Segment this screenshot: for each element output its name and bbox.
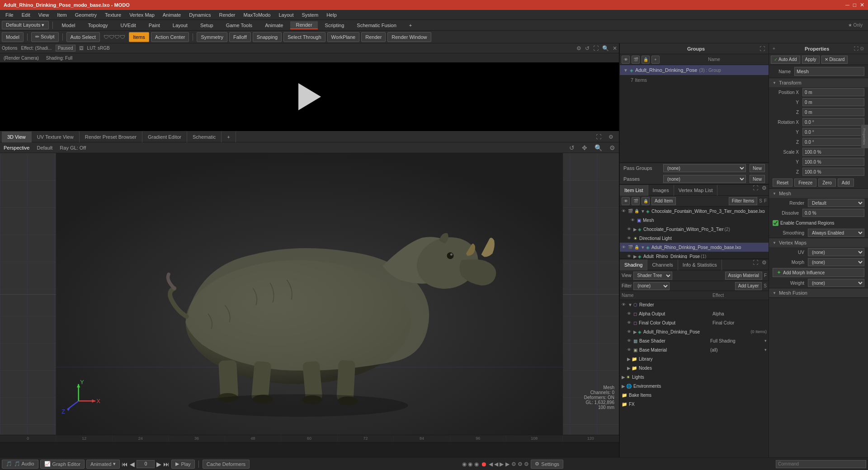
shader-row-alpha[interactable]: 👁 ◻ Alpha Output Alpha — [620, 309, 769, 318]
vp-settings-icon[interactable]: ⚙ — [605, 134, 617, 140]
item-row-scene2[interactable]: 👁 🎬 🔒 ▼ ◈ Adult_Rhino_Drinking_Pose_modo… — [620, 243, 769, 252]
shading-f-btn[interactable]: F — [764, 273, 767, 278]
close-button[interactable]: ✕ — [860, 2, 864, 8]
shader-row-base-shader[interactable]: 👁 ▦ Base Shader Full Shading ▾ — [620, 336, 769, 345]
rotation-x-input[interactable] — [802, 118, 864, 126]
group-item-rhino[interactable]: ▼ ◈ Adult_Rhino_Drinking_Pose (3) : Grou… — [620, 65, 769, 75]
item-eye-icon-3[interactable]: 👁 — [627, 227, 633, 231]
tab-render[interactable]: Render — [290, 21, 317, 29]
shader-expand-nodes[interactable]: ▶ — [627, 366, 631, 371]
workplane-button[interactable]: WorkPlane — [327, 32, 360, 42]
item-row-rhinogroup[interactable]: 👁 ▶ ◈ Adult_Rhino_Drinking_Pose (1) — [620, 252, 769, 258]
item-eye-icon-5[interactable]: 👁 — [622, 245, 628, 249]
sculpt-button[interactable]: ✏ Sculpt — [31, 32, 59, 42]
tab-game-tools[interactable]: Game Tools — [221, 22, 258, 29]
menu-maxtomode[interactable]: MaxToModo — [240, 11, 274, 19]
minimize-button[interactable]: ─ — [845, 2, 849, 8]
shader-row-lights[interactable]: ▶ ☀ Lights — [620, 372, 769, 381]
play-button[interactable] — [298, 83, 321, 110]
items-lock-icon[interactable]: 🔒 — [642, 197, 650, 205]
menu-animate[interactable]: Animate — [159, 11, 184, 19]
frame-number-input[interactable] — [137, 460, 155, 468]
viewport-canvas[interactable]: X Y Z Mesh Channels: 0 Deformers: ON GL:… — [0, 153, 619, 435]
shading-view-select[interactable]: Shader Tree — [633, 272, 672, 280]
action-center-button[interactable]: Action Center — [151, 32, 189, 42]
shader-material-dropdown[interactable]: ▾ — [764, 348, 767, 352]
viewport-3d[interactable]: Perspective Default Ray GL: Off ↺ ✥ 🔍 ⚙ — [0, 142, 619, 435]
add-button[interactable]: Add — [838, 179, 854, 187]
position-y-input[interactable] — [802, 98, 864, 106]
vp-expand-icon[interactable]: ⛶ — [592, 134, 605, 140]
mesh-section-title[interactable]: Mesh — [769, 189, 868, 198]
shader-expand-lights[interactable]: ▶ — [622, 375, 625, 380]
command-input[interactable] — [776, 460, 866, 468]
items-tab-vertex-map[interactable]: Vertex Map List — [674, 185, 718, 196]
vp-tab-uv[interactable]: UV Texture View — [32, 132, 80, 142]
tab-layout[interactable]: Layout — [167, 22, 193, 29]
vp-icon-pan[interactable]: ✥ — [582, 144, 587, 151]
groups-render-icon[interactable]: 🎬 — [632, 56, 640, 64]
menu-edit[interactable]: Edit — [18, 11, 34, 19]
preview-ctrl-5[interactable]: ✕ — [613, 45, 617, 52]
menu-system[interactable]: System — [298, 11, 322, 19]
vp-icon-zoom[interactable]: 🔍 — [594, 144, 602, 151]
select-through-button[interactable]: Select Through — [283, 32, 325, 42]
shader-row-final-color[interactable]: 👁 ◻ Final Color Output Final Color — [620, 318, 769, 327]
snapping-button[interactable]: Snapping — [253, 32, 282, 42]
tab-topology[interactable]: Topology — [82, 22, 113, 29]
freeze-button[interactable]: Freeze — [794, 179, 816, 187]
vp-icon-rotate[interactable]: ↺ — [569, 144, 575, 151]
shader-eye-base[interactable]: 👁 — [627, 338, 633, 343]
item-row-scene1[interactable]: 👁 🎬 🔒 ▼ ◈ Chocolate_Fountain_Wilton_Pro_… — [620, 207, 769, 216]
cache-deformers-button[interactable]: Cache Deformers — [203, 460, 250, 469]
items-s-btn[interactable]: S — [759, 198, 762, 203]
shader-row-environments[interactable]: ▶ 🌐 Environments — [620, 381, 769, 390]
viewport-perspective[interactable]: Perspective — [4, 145, 29, 150]
shader-eye-final[interactable]: 👁 — [627, 320, 633, 325]
shading-tab-channels[interactable]: Channels — [647, 259, 678, 270]
menu-vertex-map[interactable]: Vertex Map — [126, 11, 158, 19]
vp-tab-schematic[interactable]: Schematic — [187, 132, 222, 142]
vp-tab-add[interactable]: + — [222, 132, 236, 142]
scale-x-input[interactable] — [802, 148, 864, 156]
item-row-group1[interactable]: 👁 ▶ ◈ Chocolate_Fountain_Wilton_Pro_3_Ti… — [620, 225, 769, 234]
vp-icon-settings[interactable]: ⚙ — [609, 144, 615, 151]
menu-view[interactable]: View — [35, 11, 53, 19]
item-expand-6[interactable]: ▶ — [633, 254, 637, 259]
prop-name-input[interactable] — [794, 67, 864, 76]
default-layouts-button[interactable]: Default Layouts ▾ — [2, 21, 49, 29]
weight-select[interactable]: (none) — [808, 279, 864, 287]
add-item-button[interactable]: Add Item — [651, 197, 676, 205]
render-window-button[interactable]: Render Window — [387, 32, 431, 42]
add-layer-button[interactable]: Add Layer — [735, 282, 762, 290]
scale-y-input[interactable] — [802, 158, 864, 166]
filter-items-button[interactable]: Filter Items — [729, 197, 757, 205]
shader-eye-alpha[interactable]: 👁 — [627, 311, 633, 316]
timeline-track[interactable] — [0, 442, 619, 458]
shader-row-render[interactable]: 👁 ▼ ⬡ Render — [620, 300, 769, 309]
shading-tab-info[interactable]: Info & Statistics — [678, 259, 722, 270]
tab-model[interactable]: Model — [57, 22, 81, 29]
items-settings-icon[interactable]: ⚙ — [760, 185, 769, 195]
shading-expand-icon[interactable]: ⛶ — [751, 259, 760, 270]
shader-eye-material[interactable]: 👁 — [627, 348, 633, 352]
enable-command-checkbox[interactable] — [773, 220, 778, 226]
animated-button[interactable]: Animated ▾ — [86, 460, 120, 469]
menu-layout[interactable]: Layout — [275, 11, 297, 19]
uv-select[interactable]: (none) — [808, 248, 864, 256]
symmetry-button[interactable]: Symmetry — [197, 32, 227, 42]
tab-add[interactable]: + — [404, 22, 417, 29]
shading-tab-shading[interactable]: Shading — [620, 259, 647, 270]
assign-material-button[interactable]: Assign Material — [725, 272, 762, 280]
preview-viewport[interactable] — [0, 62, 619, 131]
shader-row-base-material[interactable]: 👁 ▣ Base Material (all) ▾ — [620, 345, 769, 354]
preview-ctrl-4[interactable]: 🔍 — [602, 45, 609, 52]
groups-lock-icon[interactable]: 🔒 — [642, 56, 650, 64]
vp-tab-3d-view[interactable]: 3D View — [2, 132, 32, 142]
preview-ctrl-3[interactable]: ⛶ — [593, 45, 599, 52]
transport-next-frame[interactable]: ▶ — [156, 461, 161, 468]
graph-editor-button[interactable]: 📈 Graph Editor — [40, 460, 85, 469]
items-button[interactable]: Items — [129, 32, 149, 42]
item-expand-1[interactable]: ▼ — [641, 209, 645, 214]
morph-select[interactable]: (none) — [808, 258, 864, 266]
